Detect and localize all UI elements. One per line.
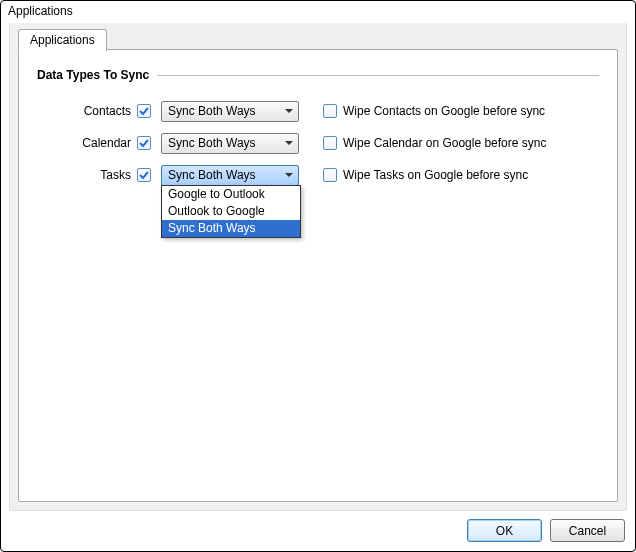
tasks-mode-dropdown: Google to Outlook Outlook to Google Sync… bbox=[161, 185, 301, 238]
contacts-wipe-label: Wipe Contacts on Google before sync bbox=[343, 104, 545, 118]
tab-page: Data Types To Sync Contacts Sync Both Wa… bbox=[18, 49, 618, 502]
contacts-wipe-checkbox[interactable] bbox=[323, 104, 337, 118]
dropdown-button bbox=[280, 134, 298, 153]
row-contacts: Contacts Sync Both Ways Wipe Contacts on… bbox=[37, 100, 599, 122]
calendar-wipe-label: Wipe Calendar on Google before sync bbox=[343, 136, 546, 150]
chevron-down-icon bbox=[285, 141, 293, 145]
tabstrip: Applications bbox=[18, 29, 107, 52]
calendar-checkbox[interactable] bbox=[137, 136, 151, 150]
contacts-checkbox[interactable] bbox=[137, 104, 151, 118]
section-title: Data Types To Sync bbox=[37, 68, 149, 82]
tasks-wipe-label: Wipe Tasks on Google before sync bbox=[343, 168, 528, 182]
ok-button[interactable]: OK bbox=[467, 519, 542, 542]
tasks-mode-select[interactable]: Sync Both Ways bbox=[161, 165, 299, 186]
calendar-mode-select[interactable]: Sync Both Ways bbox=[161, 133, 299, 154]
chevron-down-icon bbox=[285, 109, 293, 113]
window-title: Applications bbox=[1, 1, 635, 22]
tasks-mode-option-selected[interactable]: Sync Both Ways bbox=[162, 220, 300, 237]
row-tasks: Tasks Sync Both Ways Wipe Tasks on Googl… bbox=[37, 164, 599, 186]
tasks-checkbox[interactable] bbox=[137, 168, 151, 182]
section-divider bbox=[157, 75, 599, 76]
contacts-label: Contacts bbox=[37, 104, 137, 118]
check-icon bbox=[139, 106, 149, 116]
tasks-mode-value: Sync Both Ways bbox=[162, 168, 280, 182]
chevron-down-icon bbox=[285, 173, 293, 177]
dropdown-button bbox=[280, 102, 298, 121]
dropdown-button bbox=[280, 166, 298, 185]
tasks-wipe-checkbox[interactable] bbox=[323, 168, 337, 182]
row-calendar: Calendar Sync Both Ways Wipe Calendar on… bbox=[37, 132, 599, 154]
tab-label: Applications bbox=[30, 33, 95, 47]
dialog-window: Applications Applications Data Types To … bbox=[0, 0, 636, 552]
tasks-mode-option[interactable]: Google to Outlook bbox=[162, 186, 300, 203]
tasks-wipe-group: Wipe Tasks on Google before sync bbox=[323, 168, 528, 182]
ok-label: OK bbox=[496, 524, 513, 538]
contacts-wipe-group: Wipe Contacts on Google before sync bbox=[323, 104, 545, 118]
contacts-mode-value: Sync Both Ways bbox=[162, 104, 280, 118]
main-area: Applications Data Types To Sync Contacts… bbox=[9, 23, 627, 511]
check-icon bbox=[139, 170, 149, 180]
calendar-mode-value: Sync Both Ways bbox=[162, 136, 280, 150]
calendar-label: Calendar bbox=[37, 136, 137, 150]
calendar-wipe-group: Wipe Calendar on Google before sync bbox=[323, 136, 546, 150]
tasks-mode-option[interactable]: Outlook to Google bbox=[162, 203, 300, 220]
cancel-button[interactable]: Cancel bbox=[550, 519, 625, 542]
tab-applications[interactable]: Applications bbox=[18, 29, 107, 52]
tasks-label: Tasks bbox=[37, 168, 137, 182]
section-header: Data Types To Sync bbox=[37, 68, 599, 82]
check-icon bbox=[139, 138, 149, 148]
calendar-wipe-checkbox[interactable] bbox=[323, 136, 337, 150]
dialog-buttons: OK Cancel bbox=[467, 519, 625, 542]
contacts-mode-select[interactable]: Sync Both Ways bbox=[161, 101, 299, 122]
cancel-label: Cancel bbox=[569, 524, 606, 538]
